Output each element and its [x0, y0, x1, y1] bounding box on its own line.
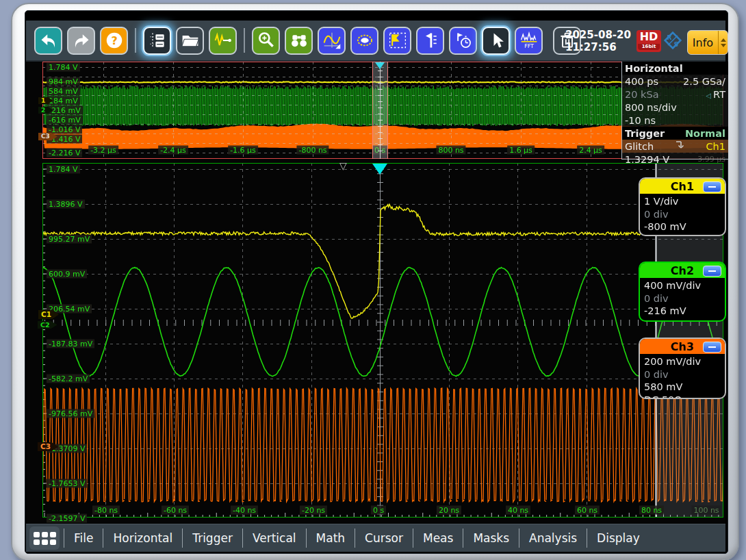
main-x-axis-label: -80 ns: [92, 506, 120, 515]
main-x-axis-label: 40 ns: [506, 506, 530, 515]
position-value: -10 ns: [625, 115, 656, 126]
ch3-position: 0 div: [644, 368, 721, 381]
spin-down-icon[interactable]: [721, 44, 726, 47]
info-button[interactable]: Info: [687, 30, 728, 55]
menu-item-display[interactable]: Display: [587, 531, 649, 545]
overview-x-axis-label: 800 ns: [436, 146, 465, 155]
main-y-axis-label: 600.9 mV: [47, 270, 87, 279]
help-button[interactable]: ?: [100, 27, 128, 55]
trigger-position-marker-overview[interactable]: [375, 62, 385, 69]
cursor-button[interactable]: [416, 27, 444, 55]
redo-icon: [72, 31, 91, 50]
ch1-box[interactable]: Ch1 1 V/div 0 div -800 mV DC 1MΩ: [639, 177, 726, 236]
svg-text:FFT: FFT: [524, 43, 534, 49]
fft-icon: FFT: [519, 31, 539, 50]
minimize-icon: [708, 186, 716, 188]
undo-icon: [39, 31, 58, 50]
timescale-value: 800 ns/div: [625, 102, 677, 113]
ch3-header[interactable]: Ch3: [640, 339, 725, 354]
bottom-menu-bar: File Horizontal Trigger Vertical Math Cu…: [26, 524, 725, 552]
menu-item-meas[interactable]: Meas: [413, 531, 463, 545]
ch3-minimize-button[interactable]: [703, 342, 721, 353]
main-x-axis-label: 60 ns: [575, 506, 600, 515]
undo-button[interactable]: [34, 27, 62, 55]
trigger-panel-title[interactable]: Trigger Normal: [622, 127, 728, 140]
ch2-minimize-button[interactable]: [703, 266, 721, 277]
measurement-button[interactable]: [318, 27, 346, 55]
search-button[interactable]: [285, 27, 313, 55]
overview-x-axis-label: -800 ns: [296, 146, 329, 155]
trigger-type-row: Glitch Ch1: [622, 140, 728, 153]
horizontal-trigger-panel[interactable]: Horizontal 400 ps 2.5 GSa/ 20 kSa ◁ RT 8…: [621, 62, 728, 160]
grid-dot: [50, 539, 56, 545]
menu-item-analysis[interactable]: Analysis: [519, 531, 587, 545]
mask-test-button[interactable]: [350, 27, 378, 55]
rt-mode-label: RT: [713, 89, 725, 100]
resolution-row: 400 ps 2.5 GSa/: [622, 75, 728, 88]
grid-dot: [34, 539, 40, 545]
dialogs-button[interactable]: [143, 27, 171, 55]
ch1-minimize-button[interactable]: [703, 181, 721, 192]
menu-item-vertical[interactable]: Vertical: [243, 531, 306, 545]
annotation-button[interactable]: [383, 27, 411, 55]
main-x-axis-label: -60 ns: [162, 506, 189, 515]
flag-zone-icon: [388, 31, 407, 50]
horizontal-title-label: Horizontal: [625, 63, 683, 74]
hd-label: HD: [636, 30, 661, 44]
pointer-select-button[interactable]: [482, 27, 510, 55]
ch2-box[interactable]: Ch2 400 mV/div 0 div -216 mV DC 50Ω: [639, 262, 726, 322]
grid-dot: [42, 539, 48, 545]
info-spinner[interactable]: [718, 31, 728, 54]
record-length-value: 20 kSa: [625, 89, 659, 100]
menu-item-math[interactable]: Math: [307, 531, 355, 545]
menu-item-horizontal[interactable]: Horizontal: [103, 531, 182, 545]
zoom-region-ticks: [378, 64, 383, 157]
ch1-header[interactable]: Ch1: [640, 179, 725, 194]
zoom-region-indicator[interactable]: [372, 62, 388, 159]
overview-x-axis-label: 2.4 µs: [577, 146, 604, 155]
glitch-icon: [675, 140, 685, 152]
menu-item-cursor[interactable]: Cursor: [355, 531, 413, 545]
record-length-row: 20 kSa ◁ RT: [622, 88, 728, 101]
main-x-axis-label: 100 ns: [691, 506, 721, 515]
ch1-position: 0 div: [644, 208, 721, 221]
overview-y-axis-label: 984 mV: [47, 77, 80, 86]
trigger-position-marker[interactable]: [372, 164, 387, 175]
overview-y-axis-label: 1.784 V: [47, 63, 80, 72]
main-x-axis-label: -20 ns: [300, 506, 327, 515]
trigger-ghost-value: 3.99 µs: [697, 155, 725, 164]
ch3-scale: 200 mV/div: [644, 355, 721, 368]
binoculars-icon: [290, 31, 309, 50]
main-y-axis-label: -582.2 mV: [47, 374, 90, 383]
overview-y-axis-label: 584 mV: [47, 87, 80, 96]
ch2-scale: 400 mV/div: [644, 279, 721, 292]
zoom-button[interactable]: [252, 27, 280, 55]
horizontal-panel-title[interactable]: Horizontal: [622, 62, 728, 75]
ch3-coupling: DC 50Ω: [644, 394, 721, 400]
file-open-button[interactable]: [176, 27, 204, 55]
overview-x-axis-label: 1.6 µs: [507, 146, 535, 155]
mask-icon: [355, 31, 374, 50]
main-y-axis-label: 1.3896 V: [47, 200, 85, 209]
measure-sine-icon: [322, 31, 342, 50]
hd-bits-label: 16bit: [638, 44, 660, 50]
timer-button[interactable]: [449, 27, 477, 55]
menu-item-file[interactable]: File: [64, 531, 103, 545]
overview-y-axis-label: -616 mV: [47, 116, 83, 125]
ch2-header[interactable]: Ch2: [640, 263, 725, 278]
waveform-generator-button[interactable]: [209, 27, 237, 55]
menu-item-trigger[interactable]: Trigger: [183, 531, 242, 545]
overview-x-axis-label: -3.2 µs: [88, 146, 118, 155]
magnifier-icon: [257, 31, 276, 50]
hd-mode-badge[interactable]: HD 16bit: [636, 30, 661, 52]
menu-item-masks[interactable]: Masks: [463, 531, 519, 545]
sample-rate-value: 2.5 GSa/: [683, 76, 725, 87]
ch2-offset: -216 mV: [644, 305, 721, 318]
app-grid-button[interactable]: [29, 526, 60, 550]
fft-button[interactable]: FFT: [515, 27, 543, 55]
trigger-title-label: Trigger: [625, 128, 665, 139]
ch3-box[interactable]: Ch3 200 mV/div 0 div 580 mV DC 50Ω: [639, 338, 726, 399]
redo-button[interactable]: [67, 27, 95, 55]
svg-text:R: R: [667, 34, 672, 41]
spin-up-icon[interactable]: [721, 38, 726, 42]
